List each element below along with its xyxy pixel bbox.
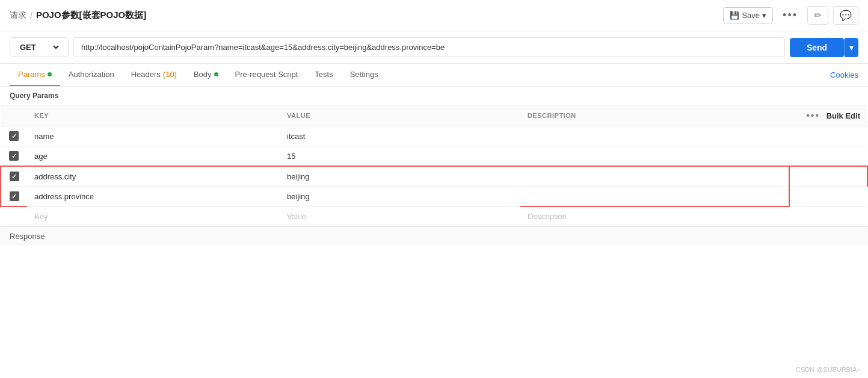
col-value-header: VALUE [280, 105, 520, 126]
col-desc-header: DESCRIPTION [520, 105, 789, 126]
placeholder-actions [789, 206, 867, 226]
response-bar: Response [0, 226, 868, 246]
row-4-actions [789, 187, 867, 207]
placeholder-value[interactable]: Value [280, 206, 520, 226]
row-2-actions [789, 146, 867, 167]
method-selector[interactable]: GET POST PUT DELETE PATCH [10, 37, 69, 57]
tab-pre-request-label: Pre-request Script [235, 70, 298, 79]
table-row: address.city beijing [1, 166, 867, 187]
breadcrumb-separator: / [30, 11, 32, 20]
row-4-key[interactable]: address.province [27, 187, 280, 207]
tab-tests-label: Tests [315, 70, 333, 79]
response-label: Response [10, 232, 45, 241]
tab-headers[interactable]: Headers (10) [123, 64, 185, 86]
row-1-value[interactable]: itcast [280, 126, 520, 146]
send-button[interactable]: Send [790, 38, 844, 57]
save-icon: 💾 [730, 11, 739, 20]
bulk-edit-button[interactable]: Bulk Edit [826, 111, 860, 120]
row-3-actions [789, 166, 867, 187]
table-placeholder-row: Key Value Description [1, 206, 867, 226]
url-input[interactable] [73, 37, 785, 57]
row-3-check-cell [1, 166, 27, 187]
col-key-header: KEY [27, 105, 280, 126]
row-3-value[interactable]: beijing [280, 166, 520, 187]
row-1-key[interactable]: name [27, 126, 280, 146]
col-actions-header: ••• Bulk Edit [789, 105, 867, 126]
tab-tests[interactable]: Tests [306, 64, 341, 86]
table-row: name itcast [1, 126, 867, 146]
method-dropdown[interactable]: GET POST PUT DELETE PATCH [17, 42, 61, 52]
top-actions: 💾 Save ▾ ••• ✏ 💬 [723, 6, 858, 25]
comment-button[interactable]: 💬 [833, 6, 858, 25]
row-4-checkbox[interactable] [10, 191, 19, 201]
send-dropdown-button[interactable]: ▾ [844, 38, 858, 57]
tab-body-label: Body [194, 70, 212, 79]
section-title: Query Params [0, 87, 868, 105]
tabs-bar: Params Authorization Headers (10) Body P… [0, 64, 868, 87]
send-group: Send ▾ [790, 38, 858, 57]
row-4-description[interactable] [520, 187, 789, 207]
row-2-description[interactable] [520, 146, 789, 167]
row-2-value[interactable]: 15 [280, 146, 520, 167]
tab-pre-request[interactable]: Pre-request Script [227, 64, 307, 86]
save-button[interactable]: 💾 Save ▾ [723, 7, 773, 23]
save-label: Save [742, 11, 760, 20]
tab-body[interactable]: Body [185, 64, 227, 86]
row-2-check-cell [1, 146, 27, 167]
tab-settings-label: Settings [350, 70, 378, 79]
col-check-header [1, 105, 27, 126]
tab-params[interactable]: Params [10, 64, 60, 86]
placeholder-key[interactable]: Key [27, 206, 280, 226]
tab-authorization[interactable]: Authorization [60, 64, 123, 86]
params-dot [48, 72, 52, 76]
row-3-description[interactable] [520, 166, 789, 187]
headers-count: (10) [163, 70, 177, 79]
row-3-checkbox[interactable] [10, 172, 19, 181]
row-4-value[interactable]: beijing [280, 187, 520, 207]
tab-authorization-label: Authorization [69, 70, 114, 79]
row-1-check-cell [1, 126, 27, 146]
url-bar: GET POST PUT DELETE PATCH Send ▾ [0, 31, 868, 64]
tab-headers-label: Headers [131, 70, 161, 79]
row-1-checkbox[interactable] [9, 131, 19, 141]
breadcrumb: 请求 / POJO参数[嵌套POJO数据] [10, 10, 146, 21]
body-dot [214, 72, 218, 76]
row-2-key[interactable]: age [27, 146, 280, 167]
tab-params-label: Params [18, 70, 45, 79]
table-row: age 15 [1, 146, 867, 167]
tab-settings[interactable]: Settings [342, 64, 387, 86]
row-3-key[interactable]: address.city [27, 166, 280, 187]
row-1-description[interactable] [520, 126, 789, 146]
content-area: Query Params KEY VALUE DESCRIPTION [0, 87, 868, 226]
row-4-check-cell [1, 187, 27, 207]
table-header-row: KEY VALUE DESCRIPTION ••• Bulk Edit [1, 105, 867, 126]
row-1-actions [789, 126, 867, 146]
row-2-checkbox[interactable] [9, 151, 19, 161]
cookies-link[interactable]: Cookies [830, 64, 858, 85]
placeholder-check [1, 206, 27, 226]
more-cols-icon[interactable]: ••• [806, 110, 820, 120]
breadcrumb-root: 请求 [10, 10, 26, 21]
breadcrumb-title: POJO参数[嵌套POJO数据] [36, 10, 146, 21]
table-row: address.province beijing [1, 187, 867, 207]
more-button[interactable]: ••• [778, 7, 802, 24]
save-chevron: ▾ [762, 11, 766, 20]
placeholder-description[interactable]: Description [520, 206, 789, 226]
params-table: KEY VALUE DESCRIPTION ••• Bulk Edit [0, 105, 868, 226]
top-bar: 请求 / POJO参数[嵌套POJO数据] 💾 Save ▾ ••• ✏ 💬 [0, 0, 868, 31]
edit-button[interactable]: ✏ [807, 6, 828, 25]
